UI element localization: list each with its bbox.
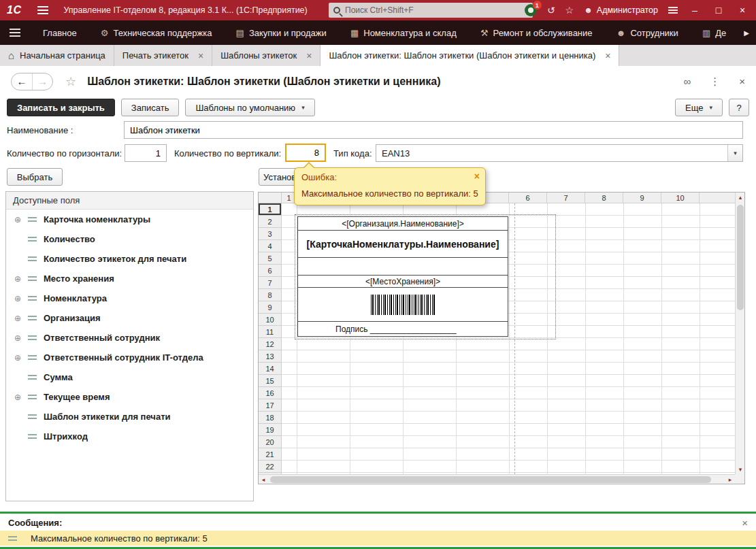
row-header[interactable]: 4 [259,240,281,252]
menubar-item[interactable]: ☻ Сотрудники [617,28,678,38]
select-field-button[interactable]: Выбрать [7,168,63,186]
column-header[interactable]: 6 [509,193,547,203]
storage-location-cell[interactable]: <[МестоХранения]> [298,276,508,288]
search-input[interactable] [345,5,533,15]
row-header[interactable]: 10 [259,314,281,326]
save-and-close-button[interactable]: Записать и закрыть [7,99,115,116]
minimize-button[interactable]: – [688,5,702,16]
code-type-select[interactable]: EAN13 ▾ [376,144,743,162]
expand-icon[interactable]: ⊕ [14,393,28,402]
sections-menu-icon[interactable] [10,29,20,37]
vertical-scroll-thumb[interactable] [737,205,744,310]
row-header[interactable]: 8 [259,289,281,301]
row-header[interactable]: 21 [259,448,281,461]
message-item[interactable]: Максимальное количество по вертикали: 5 [0,531,756,546]
row-header[interactable]: 2 [259,216,281,228]
field-tree-item[interactable]: Количество [6,229,253,249]
expand-icon[interactable]: ⊕ [14,353,28,363]
maximize-button[interactable]: □ [712,5,725,16]
item-name-cell[interactable]: [КарточкаНоменклатуры.Наименование] [298,231,508,258]
field-tree-item[interactable]: ⊕ Номенклатура [6,288,253,308]
error-close-icon[interactable]: × [474,171,480,182]
row-header[interactable]: 12 [259,338,281,350]
field-tree-item[interactable]: ⊕ Ответственный сотрудник [6,328,253,348]
sheet-grid[interactable]: <[Организация.Наименование]> [КарточкаНо… [282,203,735,474]
row-header[interactable]: 16 [259,387,281,399]
scroll-down-icon[interactable]: ▾ [736,465,745,474]
label-spreadsheet[interactable]: 12345678910 1234567891011121314151617181… [258,192,745,484]
field-tree-item[interactable]: Шаблон этикетки для печати [6,407,253,427]
expand-icon[interactable]: ⊕ [14,215,28,224]
row-header[interactable]: 17 [259,399,281,412]
column-header[interactable]: 10 [661,193,700,203]
row-header[interactable]: 9 [259,301,281,314]
tab-label-template-editor[interactable]: Шаблон этикетки: Шаблон этикетки (Шаблон… [321,45,619,66]
column-header[interactable]: 8 [585,193,623,203]
menubar-item[interactable]: Главное [37,28,77,38]
more-menu-icon[interactable]: ⋮ [710,76,720,88]
field-tree-item[interactable]: ⊕ Текущее время [6,387,253,407]
field-tree-item[interactable]: ⊕ Место хранения [6,269,253,288]
column-header[interactable]: 9 [623,193,661,203]
menu-overflow-icon[interactable]: ▶ [744,29,749,37]
horizontal-scrollbar[interactable]: ◂ ▸ [259,474,735,484]
empty-cell[interactable] [298,258,508,276]
messages-close-icon[interactable]: × [742,517,748,529]
global-search[interactable] [329,3,533,18]
service-menu-icon[interactable] [668,7,678,14]
menubar-item[interactable]: ▦ Номенклатура и склад [350,28,457,38]
row-header[interactable]: 19 [259,424,281,436]
field-tree-item[interactable]: Количество этикеток для печати [6,249,253,269]
back-button[interactable]: ← [12,73,32,90]
barcode-cell[interactable] [298,288,508,322]
combo-dropdown-icon[interactable]: ▾ [727,145,742,161]
row-header[interactable]: 11 [259,326,281,338]
column-header[interactable]: 7 [547,193,585,203]
row-header[interactable]: 3 [259,228,281,240]
field-tree-item[interactable]: Штрихкод [6,427,253,446]
tab-print-labels[interactable]: Печать этикеток × [114,45,212,66]
tab-close-icon[interactable]: × [605,50,610,61]
row-header[interactable]: 22 [259,461,281,473]
row-header[interactable]: 20 [259,436,281,448]
close-page-icon[interactable]: × [739,76,745,87]
more-button[interactable]: Еще ▾ [675,99,723,116]
horizontal-count-input[interactable] [125,144,167,162]
scroll-right-icon[interactable]: ▸ [725,475,735,484]
menubar-item[interactable]: ⚙ Техническая поддержка [101,28,212,38]
expand-icon[interactable]: ⊕ [14,294,28,303]
discussions-icon[interactable]: 1 [525,4,537,16]
name-input[interactable] [124,121,743,139]
tab-home[interactable]: ⌂ Начальная страница [0,45,114,66]
menubar-item[interactable]: ▥ Де [702,28,726,38]
save-button[interactable]: Записать [121,99,180,116]
vertical-count-input[interactable] [285,144,326,162]
main-menu-icon[interactable] [37,6,48,14]
scroll-up-icon[interactable]: ▴ [736,193,745,202]
row-header[interactable]: 5 [259,252,281,265]
sheet-corner[interactable] [259,193,282,203]
close-window-button[interactable]: × [736,5,749,16]
row-header[interactable]: 15 [259,375,281,387]
tab-close-icon[interactable]: × [198,50,203,61]
expand-icon[interactable]: ⊕ [14,333,28,343]
row-header[interactable]: 6 [259,265,281,277]
expand-icon[interactable]: ⊕ [14,274,28,284]
field-tree-item[interactable]: ⊕ Ответственный сотрудник IT-отдела [6,348,253,367]
field-tree-item[interactable]: Сумма [6,367,253,387]
field-tree-item[interactable]: ⊕ Карточка номенклатуры [6,210,253,229]
favorites-icon[interactable]: ☆ [565,5,574,16]
signature-cell[interactable]: Подпись ___________________ [298,322,508,336]
row-header[interactable]: 7 [259,277,281,289]
get-link-icon[interactable]: ∞ [684,76,691,87]
row-header[interactable]: 13 [259,350,281,363]
current-user[interactable]: ☻ Администратор [584,5,658,15]
vertical-scrollbar[interactable]: ▴ ▾ [735,193,744,474]
favorite-star-icon[interactable]: ☆ [65,74,76,89]
label-template[interactable]: <[Организация.Наименование]> [КарточкаНо… [297,216,508,337]
organization-name-cell[interactable]: <[Организация.Наименование]> [298,217,508,231]
history-icon[interactable]: ↺ [547,5,555,16]
forward-button[interactable]: → [32,73,52,90]
set-cell-size-button[interactable]: Установ... [259,168,298,186]
scroll-left-icon[interactable]: ◂ [259,475,268,484]
